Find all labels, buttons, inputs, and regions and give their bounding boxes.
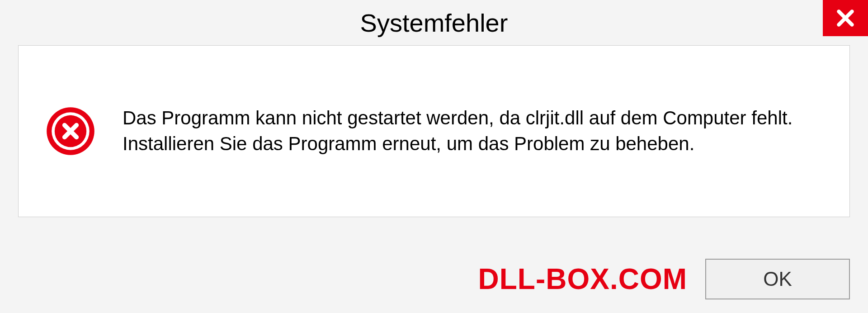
footer: DLL-BOX.COM OK <box>0 259 868 299</box>
watermark-text: DLL-BOX.COM <box>478 262 688 296</box>
error-dialog: Systemfehler Das Programm kann nicht ges… <box>0 0 868 313</box>
error-message: Das Programm kann nicht gestartet werden… <box>123 105 822 156</box>
content-panel: Das Programm kann nicht gestartet werden… <box>18 45 850 217</box>
dialog-title: Systemfehler <box>360 8 508 38</box>
error-circle-icon <box>46 106 95 156</box>
close-icon <box>834 7 857 29</box>
titlebar: Systemfehler <box>0 0 868 45</box>
close-button[interactable] <box>823 0 868 36</box>
ok-button[interactable]: OK <box>705 259 850 299</box>
